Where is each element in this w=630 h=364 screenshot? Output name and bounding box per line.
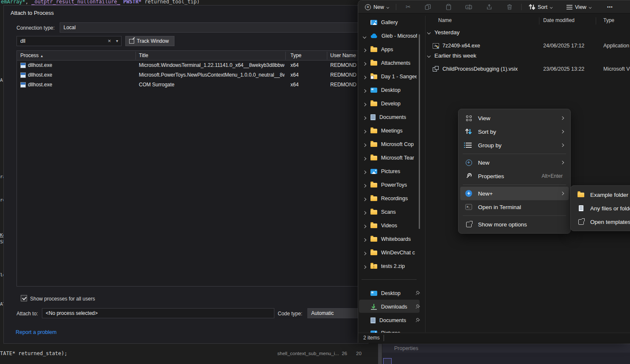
chevron-right-icon[interactable] — [363, 49, 366, 52]
submenu-item-example-folder[interactable]: Example folder — [572, 188, 630, 201]
sidebar-item-folder[interactable]: Meetings — [363, 124, 423, 137]
column-header-process[interactable]: Process ▲ — [20, 52, 44, 58]
attach-to-field[interactable]: <No process selected> — [42, 308, 274, 318]
properties-panel: Properties — [382, 344, 630, 364]
clear-filter-icon[interactable]: × — [108, 36, 111, 46]
sidebar-item-folder[interactable]: PowerToys — [363, 179, 423, 191]
process-row[interactable]: dllhost.exe COM Surrogate x64 REDMOND — [17, 80, 360, 90]
menu-item-show-more-options[interactable]: Show more options — [460, 218, 569, 231]
menu-item-new[interactable]: + New — [460, 156, 569, 169]
process-filter-input[interactable]: dll × ▾ — [17, 36, 122, 46]
new-button[interactable]: + New — [362, 2, 392, 12]
sidebar-item-folder[interactable]: Whiteboards — [363, 233, 423, 245]
editor-scrollbar[interactable] — [378, 344, 382, 364]
application-icon — [20, 82, 26, 88]
chevron-right-icon[interactable] — [363, 76, 366, 79]
chevron-right-icon[interactable] — [363, 130, 366, 133]
cut-icon[interactable]: ✂ — [405, 4, 412, 11]
column-header-date-modified[interactable]: Date modified — [543, 17, 575, 23]
chevron-right-icon[interactable] — [363, 225, 366, 228]
chevron-right-icon[interactable] — [363, 238, 366, 242]
sidebar-item-folder[interactable]: Videos — [363, 219, 423, 232]
chevron-right-icon[interactable] — [363, 211, 366, 215]
delete-icon[interactable] — [506, 4, 513, 11]
process-row[interactable]: dllhost.exe Microsoft.WindowsTerminal_1.… — [17, 61, 360, 70]
rename-icon[interactable]: A — [465, 4, 472, 11]
connection-type-combobox[interactable]: Local — [60, 22, 365, 33]
column-header-username[interactable]: User Name — [330, 52, 356, 58]
folder-icon — [370, 210, 377, 215]
sidebar-item-folder[interactable]: Apps — [363, 43, 423, 56]
code-type-combobox[interactable]: Automatic — [307, 308, 365, 318]
pin-icon — [415, 291, 420, 295]
show-all-users-checkbox[interactable] — [21, 295, 27, 301]
sidebar-item-desktop[interactable]: Desktop — [363, 84, 423, 97]
group-header-yesterday[interactable]: Yesterday — [428, 29, 460, 36]
track-window-button[interactable]: Track Window — [125, 36, 174, 46]
process-row[interactable]: dllhost.exe Microsoft.PowerToys.NewPlusC… — [17, 70, 360, 80]
view-button[interactable]: View — [564, 2, 594, 12]
column-header-name[interactable]: Name — [438, 17, 452, 23]
chevron-right-icon[interactable] — [363, 103, 366, 106]
menu-item-properties[interactable]: Properties Alt+Enter — [460, 169, 569, 183]
file-row[interactable]: 7z 7z2409-x64.exe — [433, 41, 480, 51]
chevron-down-icon[interactable] — [363, 35, 366, 39]
filter-dropdown-icon[interactable]: ▾ — [116, 36, 118, 46]
sidebar-item-folder[interactable]: Scans — [363, 206, 423, 218]
chevron-right-icon[interactable] — [363, 184, 366, 188]
sidebar-item-downloads-pinned[interactable]: Downloads — [363, 301, 423, 313]
chevron-right-icon[interactable] — [363, 171, 366, 174]
sidebar-item-folder[interactable]: Microsoft Cop — [363, 138, 423, 151]
menu-item-new-plus[interactable]: + New+ — [460, 187, 569, 200]
sidebar-scrollbar[interactable] — [419, 34, 420, 229]
column-header-type[interactable]: Type — [290, 52, 301, 58]
chevron-right-icon[interactable] — [363, 62, 366, 66]
chevron-right-icon[interactable] — [363, 198, 366, 201]
paste-icon[interactable] — [445, 4, 452, 11]
sidebar-item-folder[interactable]: Recordings — [363, 192, 423, 205]
menu-item-view[interactable]: View — [460, 111, 569, 125]
group-header-earlier-this-week[interactable]: Earlier this week — [428, 52, 476, 59]
menu-item-open-in-terminal[interactable]: >_ Open in Terminal — [460, 200, 569, 214]
chevron-right-icon[interactable] — [363, 143, 366, 147]
column-header-title[interactable]: Title — [139, 52, 148, 58]
chevron-right-icon[interactable] — [363, 252, 366, 255]
dialog-title: Attach to Process — [11, 10, 54, 16]
menu-item-group-by[interactable]: Group by — [460, 138, 569, 152]
copy-icon[interactable] — [424, 4, 431, 11]
chevron-right-icon[interactable] — [363, 116, 366, 120]
properties-panel-item[interactable] — [383, 358, 392, 364]
file-date: 24/06/2025 17:12 — [543, 43, 584, 49]
column-header-type[interactable]: Type — [603, 17, 614, 23]
chevron-right-icon[interactable] — [363, 89, 366, 93]
explorer-status-bar: 2 items — [358, 333, 630, 343]
sidebar-item-documents-pinned[interactable]: Documents — [363, 314, 423, 327]
code-line-top: emArray*, _outptr_result_nullonfailure_ … — [1, 0, 200, 5]
submenu-item-any-files[interactable]: Any files or folde — [572, 201, 630, 215]
submenu-item-open-templates[interactable]: Open templates — [572, 215, 630, 229]
share-icon[interactable] — [486, 4, 492, 11]
sidebar-item-folder[interactable]: Develop — [363, 97, 423, 110]
see-more-button[interactable]: ••• — [605, 2, 616, 12]
sort-button[interactable]: Sort — [527, 2, 555, 12]
report-a-problem-link[interactable]: Report a problem — [16, 329, 57, 335]
chevron-right-icon[interactable] — [363, 265, 366, 269]
sidebar-item-folder[interactable]: Attachments — [363, 57, 423, 69]
sort-ascending-icon: ▲ — [40, 54, 44, 58]
sidebar-item-onedrive[interactable]: Gleb - Microsof — [363, 30, 423, 42]
sidebar-item-folder[interactable]: Microsoft Tear — [363, 152, 423, 164]
sidebar-item-desktop-pinned[interactable]: Desktop — [363, 287, 423, 300]
track-window-icon — [129, 39, 134, 44]
desktop-icon — [370, 88, 377, 93]
menu-item-sort-by[interactable]: Sort by — [460, 125, 569, 138]
sidebar-item-folder[interactable]: Day 1 - Sangee — [363, 70, 423, 83]
codelens-reference[interactable]: shell_context_sub_menu_i... 26 — [277, 351, 347, 356]
sidebar-item-gallery[interactable]: Gallery — [363, 16, 423, 29]
sidebar-item-zip[interactable]: tests 2.zip — [363, 260, 423, 273]
sidebar-item-pictures[interactable]: Pictures — [363, 165, 423, 178]
file-row[interactable]: ChildProcessDebugging (1).vsix — [433, 64, 518, 74]
chevron-right-icon[interactable] — [363, 157, 366, 160]
sidebar-item-documents[interactable]: Documents — [363, 111, 423, 124]
pane-divider[interactable] — [425, 16, 426, 332]
sidebar-item-folder[interactable]: WinDevChat c — [363, 246, 423, 259]
